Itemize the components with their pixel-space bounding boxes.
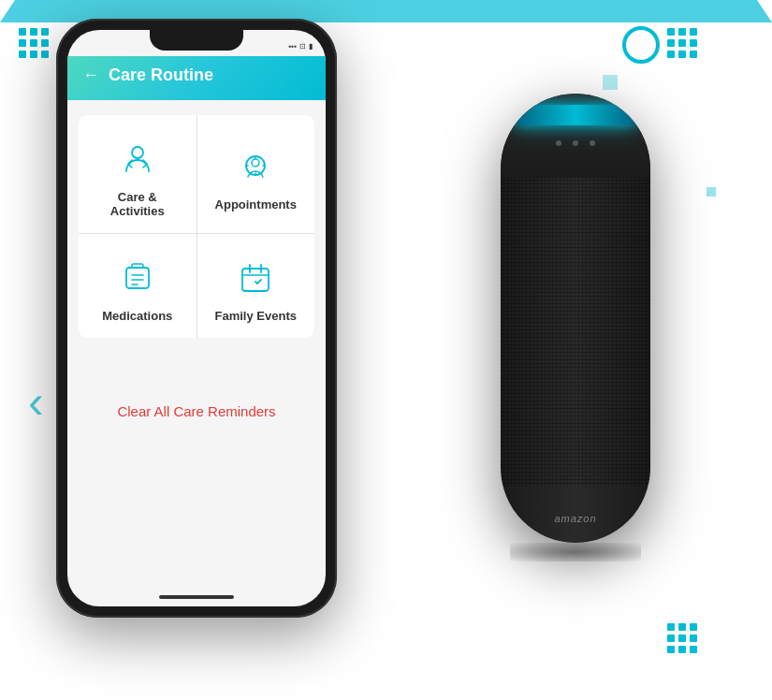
speaker-body: amazon (501, 94, 650, 543)
decorative-grid-topleft (19, 28, 49, 58)
amazon-brand-label: amazon (554, 513, 596, 524)
phone-notch (150, 30, 243, 51)
alexa-ring (512, 105, 639, 125)
amazon-echo-speaker: amazon (473, 94, 678, 599)
mic-dot-2 (573, 140, 578, 146)
decorative-chevron: ‹ (28, 374, 44, 429)
decorative-square-2 (706, 187, 716, 197)
speaker-mesh (501, 178, 650, 487)
app-header: ← Care Routine (67, 56, 326, 100)
app-header-title: Care Routine (109, 66, 213, 85)
wifi-icon: ⊡ (299, 42, 306, 51)
care-activities-icon (117, 138, 158, 179)
svg-rect-8 (242, 269, 269, 291)
medications-label: Medications (102, 309, 172, 323)
decorative-grid-topright (667, 28, 697, 58)
phone-mockup: ▪▪▪ ⊡ ▮ ← Care Routine (56, 19, 356, 655)
menu-item-medications[interactable]: Medications (79, 234, 197, 338)
svg-point-0 (132, 147, 143, 158)
family-events-label: Family Events (215, 309, 297, 323)
mic-dot-1 (556, 140, 561, 146)
menu-item-family-events[interactable]: Family Events (197, 234, 315, 338)
care-activities-label: Care & Activities (94, 190, 182, 218)
menu-grid: Care & Activities Appointments (79, 115, 314, 338)
appointments-icon (235, 145, 276, 186)
clear-reminders-button[interactable]: Clear All Care Reminders (67, 394, 326, 430)
menu-item-care-activities[interactable]: Care & Activities (79, 115, 197, 233)
clear-reminders-label: Clear All Care Reminders (117, 403, 275, 419)
decorative-grid-bottomright (667, 623, 697, 653)
phone-screen: ▪▪▪ ⊡ ▮ ← Care Routine (67, 30, 326, 606)
menu-item-appointments[interactable]: Appointments (197, 115, 315, 233)
battery-icon: ▮ (309, 42, 313, 51)
microphone-dots (556, 140, 595, 146)
decorative-circle (622, 26, 660, 64)
medications-icon (117, 256, 158, 298)
mic-dot-3 (590, 140, 595, 146)
svg-point-2 (252, 159, 259, 167)
speaker-top (501, 94, 650, 178)
signal-icon: ▪▪▪ (288, 42, 297, 51)
family-events-icon (235, 256, 276, 298)
home-indicator (159, 595, 234, 599)
phone-outer-shell: ▪▪▪ ⊡ ▮ ← Care Routine (56, 19, 337, 618)
speaker-shadow (510, 543, 641, 561)
back-button[interactable]: ← (82, 66, 99, 85)
appointments-label: Appointments (215, 197, 297, 211)
status-icons: ▪▪▪ ⊡ ▮ (288, 42, 313, 51)
decorative-square-1 (603, 75, 618, 90)
